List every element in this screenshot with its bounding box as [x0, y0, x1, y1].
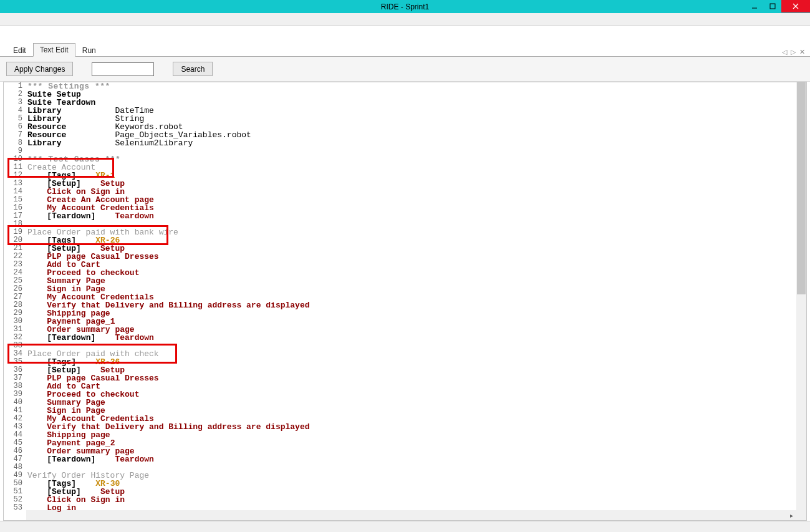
- line-number: 53: [4, 504, 22, 512]
- code-editor[interactable]: 1234567891011121314151617181920212223242…: [3, 82, 807, 521]
- code-line[interactable]: PLP page Casual Dresses: [27, 253, 796, 261]
- window-titlebar: RIDE - Sprint1: [0, 0, 810, 13]
- status-bar: [0, 521, 810, 532]
- code-line[interactable]: [Tags] XR-1: [27, 172, 796, 180]
- tab-text-edit[interactable]: Text Edit: [33, 43, 75, 57]
- maximize-button[interactable]: [763, 0, 781, 12]
- code-line[interactable]: Payment page_2: [27, 439, 796, 447]
- tab-nav: ◁ ▷ ✕: [782, 48, 805, 56]
- code-line[interactable]: [Tags] XR-26: [27, 358, 796, 366]
- code-line[interactable]: Verify Order History Page: [27, 472, 796, 480]
- code-line[interactable]: Add to Cart: [27, 261, 796, 269]
- code-line[interactable]: Payment page_1: [27, 317, 796, 326]
- scroll-corner: [796, 510, 806, 520]
- code-line[interactable]: Verify that Delivery and Billing address…: [27, 301, 796, 309]
- code-line[interactable]: Verify that Delivery and Billing address…: [27, 423, 796, 431]
- svg-rect-1: [770, 4, 775, 9]
- code-line[interactable]: [Setup] Setup: [27, 180, 796, 188]
- tab-close-icon[interactable]: ✕: [799, 48, 805, 56]
- window-title: RIDE - Sprint1: [381, 2, 429, 11]
- code-line[interactable]: [27, 147, 796, 155]
- code-line[interactable]: Place Order paid with check: [27, 350, 796, 358]
- search-button[interactable]: Search: [173, 62, 213, 76]
- tab-edit[interactable]: Edit: [6, 44, 33, 57]
- menubar: [0, 13, 810, 26]
- toolbar: Apply Changes Search: [0, 57, 810, 82]
- code-line[interactable]: Log in: [27, 504, 796, 512]
- search-input[interactable]: [92, 62, 154, 76]
- code-line[interactable]: *** Test Cases ***: [27, 155, 796, 163]
- close-button[interactable]: [781, 0, 810, 12]
- code-line[interactable]: [Tags] XR-26: [27, 236, 796, 244]
- line-gutter: 1234567891011121314151617181920212223242…: [4, 82, 26, 520]
- code-line[interactable]: [Teardown] Teardown: [27, 212, 796, 220]
- code-line[interactable]: Suite Setup: [27, 90, 796, 99]
- code-line[interactable]: Shipping page: [27, 431, 796, 439]
- code-line[interactable]: [Setup] Setup: [27, 488, 796, 496]
- window-controls: [745, 0, 810, 13]
- tab-run[interactable]: Run: [75, 44, 103, 57]
- scroll-right-icon[interactable]: ▸: [786, 512, 796, 519]
- code-area[interactable]: *** Settings ***Suite SetupSuite Teardow…: [27, 82, 796, 510]
- code-line[interactable]: Place Order paid with bank wire: [27, 228, 796, 236]
- code-line[interactable]: Library Selenium2Library: [27, 139, 796, 147]
- code-line[interactable]: Proceed to checkout: [27, 269, 796, 277]
- code-line[interactable]: [Tags] XR-30: [27, 480, 796, 488]
- spacer: [0, 26, 810, 43]
- vertical-scroll-thumb[interactable]: [797, 82, 806, 294]
- minimize-button[interactable]: [745, 0, 763, 12]
- code-line[interactable]: Create Account: [27, 163, 796, 172]
- code-line[interactable]: Summary Page: [27, 277, 796, 285]
- code-line[interactable]: PLP page Casual Dresses: [27, 374, 796, 382]
- tab-row: Edit Text Edit Run ◁ ▷ ✕: [0, 43, 810, 57]
- tab-next-icon[interactable]: ▷: [791, 48, 796, 56]
- code-line[interactable]: [Teardown] Teardown: [27, 334, 796, 342]
- code-line[interactable]: Summary Page: [27, 399, 796, 407]
- vertical-scrollbar[interactable]: [796, 82, 806, 510]
- tab-prev-icon[interactable]: ◁: [782, 48, 787, 56]
- code-line[interactable]: [Teardown] Teardown: [27, 455, 796, 463]
- apply-changes-button[interactable]: Apply Changes: [6, 62, 73, 76]
- code-line[interactable]: Shipping page: [27, 309, 796, 317]
- code-line[interactable]: Click on Sign in: [27, 496, 796, 504]
- code-line[interactable]: Add to Cart: [27, 382, 796, 390]
- code-line[interactable]: Proceed to checkout: [27, 390, 796, 399]
- code-line[interactable]: *** Settings ***: [27, 82, 796, 90]
